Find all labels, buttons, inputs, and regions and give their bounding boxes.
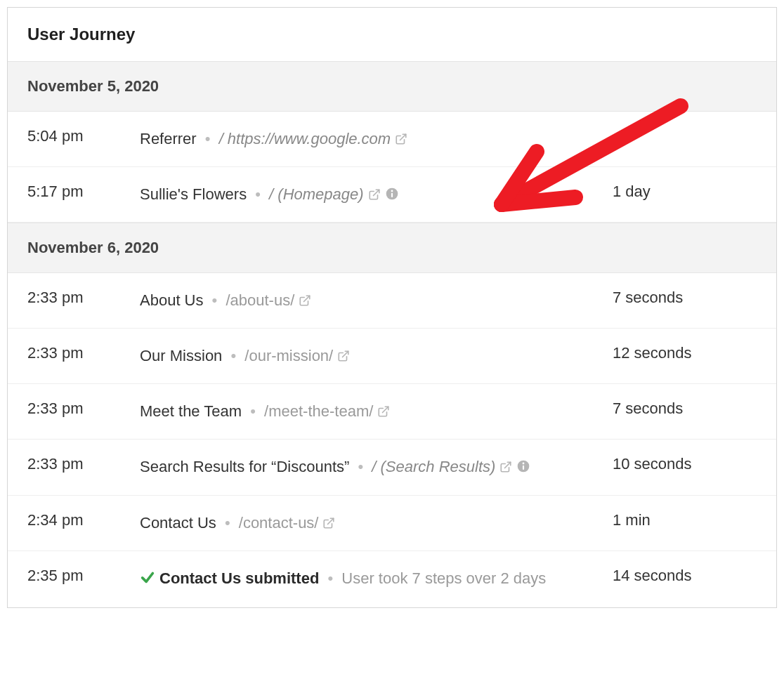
entry-duration: 14 seconds bbox=[613, 567, 757, 585]
entry-path: / (Homepage) bbox=[269, 185, 364, 203]
user-journey-panel: User Journey November 5, 20205:04 pmRefe… bbox=[7, 7, 777, 608]
entry-title: About Us bbox=[140, 291, 204, 309]
entry-time: 2:33 pm bbox=[27, 400, 140, 418]
entry-title: Search Results for “Discounts” bbox=[140, 458, 349, 475]
entry-time: 2:33 pm bbox=[27, 289, 140, 307]
info-icon[interactable] bbox=[385, 187, 399, 201]
entry-path: / (Search Results) bbox=[372, 458, 495, 475]
svg-rect-10 bbox=[523, 466, 524, 470]
journey-row: 2:34 pmContact Us • /contact-us/1 min bbox=[8, 496, 776, 551]
entry-time: 2:35 pm bbox=[27, 567, 140, 585]
journey-row: 5:04 pmReferrer • / https://www.google.c… bbox=[8, 112, 776, 167]
external-link-icon[interactable] bbox=[368, 188, 381, 201]
journey-row: 2:33 pmOur Mission • /our-mission/12 sec… bbox=[8, 329, 776, 384]
dot-separator: • bbox=[208, 291, 222, 309]
check-icon bbox=[140, 568, 155, 592]
dot-separator: • bbox=[201, 130, 215, 147]
entry-meta: User took 7 steps over 2 days bbox=[341, 569, 546, 587]
entry-main: Contact Us • /contact-us/ bbox=[140, 511, 613, 535]
entry-main: Our Mission • /our-mission/ bbox=[140, 344, 613, 368]
journey-row: 2:35 pmContact Us submitted • User took … bbox=[8, 551, 776, 607]
entry-duration: 12 seconds bbox=[613, 344, 757, 362]
svg-line-1 bbox=[373, 190, 379, 195]
entry-main: About Us • /about-us/ bbox=[140, 289, 613, 312]
entry-main: Sullie's Flowers • / (Homepage) bbox=[140, 183, 613, 206]
entry-path: /contact-us/ bbox=[239, 514, 319, 532]
svg-point-11 bbox=[523, 463, 525, 465]
entry-time: 2:33 pm bbox=[27, 455, 140, 473]
dot-separator: • bbox=[221, 514, 235, 532]
date-header: November 6, 2020 bbox=[8, 223, 776, 273]
entry-path: /our-mission/ bbox=[244, 347, 333, 364]
svg-line-8 bbox=[505, 463, 511, 468]
external-link-icon[interactable] bbox=[322, 517, 335, 529]
dot-separator: • bbox=[246, 402, 260, 420]
dot-separator: • bbox=[226, 347, 240, 364]
entry-duration: 7 seconds bbox=[613, 400, 757, 418]
dot-separator: • bbox=[323, 569, 337, 587]
entry-title: Referrer bbox=[140, 130, 197, 147]
external-link-icon[interactable] bbox=[337, 350, 350, 362]
dot-separator: • bbox=[353, 458, 367, 475]
svg-point-4 bbox=[391, 190, 393, 192]
entry-title: Sullie's Flowers bbox=[140, 185, 247, 203]
entry-path: / https://www.google.com bbox=[219, 130, 391, 147]
external-link-icon[interactable] bbox=[395, 133, 407, 145]
entry-title: Contact Us submitted bbox=[159, 569, 319, 587]
entry-title: Our Mission bbox=[140, 347, 222, 364]
entry-time: 5:04 pm bbox=[27, 127, 140, 145]
external-link-icon[interactable] bbox=[499, 461, 512, 473]
svg-line-5 bbox=[304, 296, 310, 301]
entry-duration: 7 seconds bbox=[613, 289, 757, 307]
date-header: November 5, 2020 bbox=[8, 61, 776, 112]
entry-time: 5:17 pm bbox=[27, 183, 140, 201]
entry-time: 2:34 pm bbox=[27, 511, 140, 529]
journey-row: 2:33 pmAbout Us • /about-us/7 seconds bbox=[8, 273, 776, 329]
svg-line-6 bbox=[343, 352, 348, 357]
svg-line-7 bbox=[383, 407, 388, 413]
entry-duration: 1 min bbox=[613, 511, 757, 529]
entry-path: /about-us/ bbox=[226, 291, 294, 309]
entry-main: Meet the Team • /meet-the-team/ bbox=[140, 400, 613, 423]
entry-duration: 1 day bbox=[613, 183, 757, 201]
svg-line-12 bbox=[328, 518, 334, 524]
entry-title: Contact Us bbox=[140, 514, 216, 532]
entry-main: Search Results for “Discounts” • / (Sear… bbox=[140, 455, 613, 479]
entry-main: Contact Us submitted • User took 7 steps… bbox=[140, 567, 613, 592]
info-icon[interactable] bbox=[516, 459, 530, 473]
dot-separator: • bbox=[251, 185, 265, 203]
journey-row: 2:33 pmMeet the Team • /meet-the-team/7 … bbox=[8, 384, 776, 440]
entry-main: Referrer • / https://www.google.com bbox=[140, 127, 613, 151]
svg-rect-3 bbox=[391, 193, 393, 197]
external-link-icon[interactable] bbox=[377, 405, 390, 418]
journey-row: 2:33 pmSearch Results for “Discounts” • … bbox=[8, 440, 776, 495]
external-link-icon[interactable] bbox=[299, 294, 311, 307]
entry-title: Meet the Team bbox=[140, 402, 242, 420]
entry-time: 2:33 pm bbox=[27, 344, 140, 362]
journey-row: 5:17 pmSullie's Flowers • / (Homepage)1 … bbox=[8, 167, 776, 223]
entry-path: /meet-the-team/ bbox=[264, 402, 373, 420]
entry-duration: 10 seconds bbox=[613, 455, 757, 473]
panel-title: User Journey bbox=[8, 8, 776, 61]
svg-line-0 bbox=[400, 134, 406, 140]
